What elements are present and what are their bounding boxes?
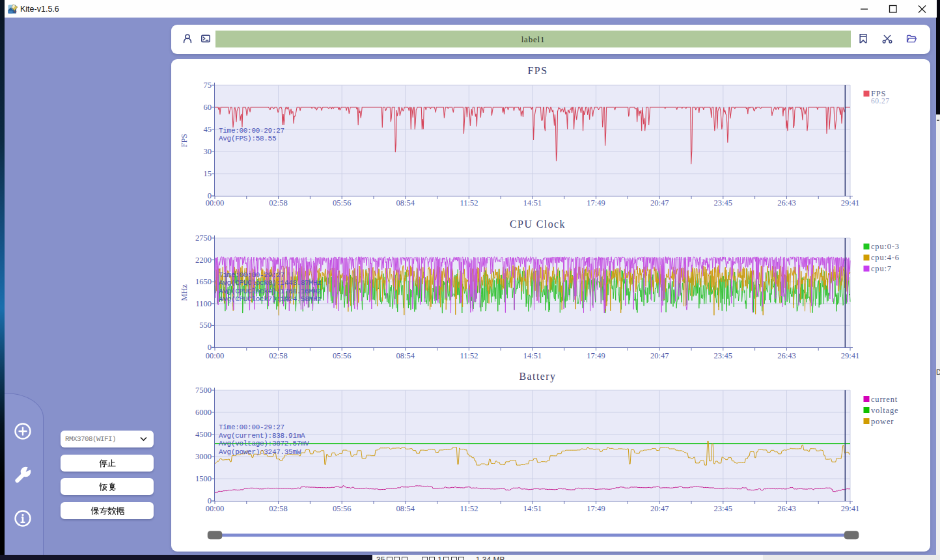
svg-text:29:41: 29:41 xyxy=(841,504,859,513)
svg-text:60: 60 xyxy=(204,103,212,112)
svg-text:voltage: voltage xyxy=(871,406,898,415)
svg-text:17:49: 17:49 xyxy=(587,504,605,513)
svg-text:02:58: 02:58 xyxy=(269,198,287,207)
svg-text:15: 15 xyxy=(204,169,212,178)
svg-text:05:56: 05:56 xyxy=(333,504,351,513)
svg-text:02:58: 02:58 xyxy=(269,504,287,513)
svg-text:23:45: 23:45 xyxy=(714,351,732,360)
svg-text:FPS: FPS xyxy=(528,65,548,76)
svg-text:1650: 1650 xyxy=(195,277,212,286)
svg-text:30: 30 xyxy=(204,147,212,156)
svg-text:11:52: 11:52 xyxy=(460,351,478,360)
svg-text:11:52: 11:52 xyxy=(460,198,478,207)
svg-text:FPS: FPS xyxy=(180,134,189,148)
svg-text:Avg(power):3247.35mW: Avg(power):3247.35mW xyxy=(219,448,301,456)
svg-text:Time:00:00-29:27: Time:00:00-29:27 xyxy=(219,423,284,431)
svg-text:Avg(CPUClock0):1443.87MHz: Avg(CPUClock0):1443.87MHz xyxy=(219,279,322,287)
svg-text:23:45: 23:45 xyxy=(714,504,732,513)
svg-text:05:56: 05:56 xyxy=(333,198,351,207)
svg-text:08:54: 08:54 xyxy=(396,504,415,513)
svg-text:75: 75 xyxy=(204,81,212,90)
svg-text:2750: 2750 xyxy=(195,233,212,243)
svg-text:14:51: 14:51 xyxy=(523,351,542,360)
svg-text:cpu:4-6: cpu:4-6 xyxy=(871,253,900,262)
svg-text:20:47: 20:47 xyxy=(650,504,669,513)
svg-text:Time:00:00-29:27: Time:00:00-29:27 xyxy=(219,127,284,135)
svg-text:02:58: 02:58 xyxy=(269,351,287,360)
svg-text:23:45: 23:45 xyxy=(714,198,732,207)
svg-text:cpu:0-3: cpu:0-3 xyxy=(871,242,900,251)
svg-text:00:00: 00:00 xyxy=(206,351,224,360)
svg-text:current: current xyxy=(871,395,898,404)
svg-text:00:00: 00:00 xyxy=(206,504,224,513)
svg-text:0: 0 xyxy=(208,343,212,352)
svg-text:CPU Clock: CPU Clock xyxy=(510,219,566,230)
svg-text:17:49: 17:49 xyxy=(587,198,605,207)
svg-text:60.27: 60.27 xyxy=(871,97,889,105)
svg-text:Avg(CPUClock4):1768.16MHz: Avg(CPUClock4):1768.16MHz xyxy=(219,287,322,295)
svg-text:2200: 2200 xyxy=(195,256,212,265)
svg-text:Avg(CPUClock7):1924.58MHz: Avg(CPUClock7):1924.58MHz xyxy=(219,295,322,303)
svg-text:00:00: 00:00 xyxy=(206,198,224,207)
svg-text:08:54: 08:54 xyxy=(396,351,415,360)
svg-text:17:49: 17:49 xyxy=(587,351,605,360)
svg-text:45: 45 xyxy=(204,125,212,134)
svg-text:05:56: 05:56 xyxy=(333,351,351,360)
svg-text:26:43: 26:43 xyxy=(777,351,795,360)
svg-text:Avg(current):838.91mA: Avg(current):838.91mA xyxy=(219,432,305,440)
svg-text:MHz: MHz xyxy=(180,284,189,301)
svg-text:26:43: 26:43 xyxy=(777,504,795,513)
svg-text:08:54: 08:54 xyxy=(396,198,415,207)
svg-text:7500: 7500 xyxy=(195,386,212,395)
svg-text:29:41: 29:41 xyxy=(841,198,859,207)
svg-text:Avg(voltage):3872.57mV: Avg(voltage):3872.57mV xyxy=(219,440,309,447)
svg-text:20:47: 20:47 xyxy=(650,198,669,207)
svg-text:3000: 3000 xyxy=(195,452,212,461)
svg-text:29:41: 29:41 xyxy=(841,351,859,360)
svg-text:1100: 1100 xyxy=(195,299,212,308)
svg-text:11:52: 11:52 xyxy=(460,504,478,513)
svg-text:power: power xyxy=(871,417,894,426)
svg-text:6000: 6000 xyxy=(195,408,212,417)
svg-text:14:51: 14:51 xyxy=(523,198,542,207)
svg-text:550: 550 xyxy=(199,321,212,330)
svg-text:20:47: 20:47 xyxy=(650,351,669,360)
svg-text:1500: 1500 xyxy=(195,474,212,483)
svg-text:Battery: Battery xyxy=(519,371,557,382)
svg-text:cpu:7: cpu:7 xyxy=(871,264,892,273)
svg-text:4500: 4500 xyxy=(195,430,212,439)
svg-text:Time:00:00-29:27: Time:00:00-29:27 xyxy=(219,271,284,279)
svg-text:Avg(FPS):58.55: Avg(FPS):58.55 xyxy=(219,135,276,142)
svg-text:26:43: 26:43 xyxy=(777,198,795,207)
svg-text:14:51: 14:51 xyxy=(523,504,542,513)
